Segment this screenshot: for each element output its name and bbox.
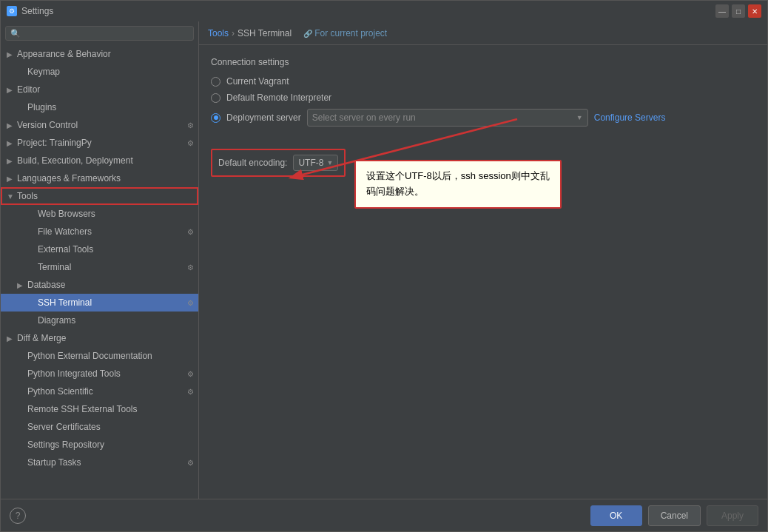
sidebar-item-label: External Tools: [38, 244, 195, 255]
arrow-icon: ▶: [7, 175, 17, 183]
arrow-icon: ▶: [17, 281, 27, 289]
section-title: Connection settings: [211, 57, 755, 67]
sidebar-item-label: Settings Repository: [27, 440, 195, 450]
sidebar-item-label: Languages & Frameworks: [17, 173, 195, 183]
sidebar-item-remote-ssh[interactable]: Remote SSH External Tools: [1, 400, 198, 418]
sidebar-item-version-control[interactable]: ▶ Version Control ⚙: [1, 116, 198, 134]
sidebar-item-python-scientific[interactable]: Python Scientific ⚙: [1, 383, 198, 400]
settings-badge: ⚙: [185, 457, 195, 468]
encoding-value: UTF-8: [298, 158, 323, 168]
close-button[interactable]: ✕: [748, 4, 761, 18]
sidebar-item-label: Build, Execution, Deployment: [17, 155, 195, 166]
encoding-label: Default encoding:: [218, 158, 287, 168]
sidebar-item-database[interactable]: ▶ Database: [1, 276, 198, 294]
sidebar-item-python-ext-doc[interactable]: Python External Documentation: [1, 347, 198, 365]
sidebar-item-project[interactable]: ▶ Project: TrainingPy ⚙: [1, 134, 198, 152]
active-accent: [1, 294, 3, 312]
breadcrumb-parent[interactable]: Tools: [208, 28, 229, 38]
sidebar-item-label: Server Certificates: [27, 422, 195, 432]
radio-row-vagrant: Current Vagrant: [211, 76, 755, 87]
sidebar-item-diagrams[interactable]: Diagrams: [1, 312, 198, 329]
sidebar-item-label: Database: [27, 280, 195, 290]
sidebar-item-label: Python Scientific: [27, 386, 183, 397]
window-title: Settings: [21, 6, 53, 16]
sidebar-item-python-integrated[interactable]: Python Integrated Tools ⚙: [1, 365, 198, 383]
sidebar-item-label: Python External Documentation: [27, 351, 195, 361]
radio-remote-label: Default Remote Interpreter: [226, 92, 331, 103]
ok-button[interactable]: OK: [590, 505, 642, 526]
sidebar-item-terminal[interactable]: Terminal ⚙: [1, 258, 198, 276]
breadcrumb-for-project[interactable]: For current project: [303, 28, 387, 38]
settings-badge: ⚙: [185, 262, 195, 272]
sidebar-item-label: File Watchers: [38, 226, 183, 237]
cancel-button[interactable]: Cancel: [648, 505, 701, 526]
sidebar-item-editor[interactable]: ▶ Editor: [1, 81, 198, 98]
sidebar-item-label: Startup Tasks: [27, 457, 183, 468]
sidebar-item-external-tools[interactable]: External Tools: [1, 240, 198, 258]
radio-deployment-label: Deployment server: [226, 112, 301, 123]
sidebar-item-ssh-terminal[interactable]: SSH Terminal ⚙: [1, 294, 198, 312]
sidebar-item-label: Terminal: [38, 262, 183, 272]
sidebar-item-label: Version Control: [17, 120, 183, 130]
search-input[interactable]: [24, 28, 189, 38]
minimize-button[interactable]: —: [715, 4, 729, 18]
radio-vagrant[interactable]: [211, 77, 220, 87]
title-bar-left: ⚙ Settings: [7, 6, 53, 16]
sidebar-item-label: Python Integrated Tools: [27, 368, 183, 379]
sidebar-item-label: Keymap: [27, 67, 195, 77]
settings-badge: ⚙: [185, 297, 195, 308]
settings-badge: ⚙: [185, 226, 195, 237]
sidebar-item-tools[interactable]: ▼ Tools: [1, 187, 198, 205]
sidebar-item-web-browsers[interactable]: Web Browsers: [1, 205, 198, 223]
sidebar-item-label: Plugins: [27, 102, 195, 112]
server-dropdown-text: Select server on every run: [312, 112, 573, 123]
settings-badge: ⚙: [185, 120, 195, 130]
breadcrumb-bar: Tools › SSH Terminal For current project: [199, 21, 767, 45]
connection-settings-group: Current Vagrant Default Remote Interpret…: [211, 76, 755, 127]
sidebar-item-keymap[interactable]: Keymap: [1, 63, 198, 81]
sidebar-item-server-certs[interactable]: Server Certificates: [1, 418, 198, 436]
sidebar-item-label: Tools: [17, 191, 195, 201]
encoding-arrow-icon: ▼: [326, 159, 333, 166]
arrow-icon: ▶: [7, 334, 17, 343]
sidebar-item-label: Diagrams: [38, 315, 195, 326]
tooltip-text: 设置这个UTF-8以后，ssh session则中文乱码问题解决。: [366, 170, 550, 197]
search-box[interactable]: 🔍: [5, 26, 194, 41]
search-icon: 🔍: [10, 29, 21, 38]
encoding-dropdown[interactable]: UTF-8 ▼: [293, 155, 338, 171]
radio-vagrant-label: Current Vagrant: [226, 76, 289, 87]
sidebar-item-diff-merge[interactable]: ▶ Diff & Merge: [1, 329, 198, 347]
sidebar-item-languages-frameworks[interactable]: ▶ Languages & Frameworks: [1, 169, 198, 187]
sidebar: 🔍 ▶ Appearance & Behavior Keymap ▶ Edito…: [1, 21, 199, 499]
sidebar-item-label: Diff & Merge: [17, 333, 195, 343]
sidebar-item-label: SSH Terminal: [38, 297, 183, 308]
app-icon: ⚙: [7, 6, 17, 16]
configure-servers-link[interactable]: Configure Servers: [594, 112, 666, 123]
radio-row-deployment: Deployment server Select server on every…: [211, 109, 755, 127]
sidebar-item-plugins[interactable]: Plugins: [1, 98, 198, 116]
sidebar-item-build-execution[interactable]: ▶ Build, Execution, Deployment: [1, 152, 198, 169]
help-button[interactable]: ?: [10, 508, 26, 524]
dialog-buttons: OK Cancel Apply: [590, 505, 758, 526]
settings-badge: ⚙: [185, 386, 195, 397]
radio-remote[interactable]: [211, 93, 220, 103]
sidebar-item-settings-repo[interactable]: Settings Repository: [1, 436, 198, 454]
tooltip-annotation: 设置这个UTF-8以后，ssh session则中文乱码问题解决。: [354, 160, 562, 209]
window-controls: — □ ✕: [715, 4, 761, 18]
radio-deployment[interactable]: [211, 113, 220, 123]
main-panel: Tools › SSH Terminal For current project…: [199, 21, 767, 499]
sidebar-item-startup-tasks[interactable]: Startup Tasks ⚙: [1, 454, 198, 471]
encoding-row: Default encoding: UTF-8 ▼: [211, 149, 346, 177]
sidebar-item-appearance-behavior[interactable]: ▶ Appearance & Behavior: [1, 45, 198, 63]
arrow-icon: ▶: [7, 121, 17, 129]
apply-button[interactable]: Apply: [707, 505, 758, 526]
sidebar-item-file-watchers[interactable]: File Watchers ⚙: [1, 223, 198, 240]
title-bar: ⚙ Settings — □ ✕: [1, 1, 767, 21]
settings-badge: ⚙: [185, 138, 195, 148]
breadcrumb-separator: ›: [232, 28, 235, 38]
radio-row-remote: Default Remote Interpreter: [211, 92, 755, 103]
server-dropdown[interactable]: Select server on every run ▼: [307, 109, 588, 127]
maximize-button[interactable]: □: [732, 4, 745, 18]
dropdown-arrow-icon: ▼: [576, 114, 583, 121]
arrow-icon: ▶: [7, 157, 17, 165]
